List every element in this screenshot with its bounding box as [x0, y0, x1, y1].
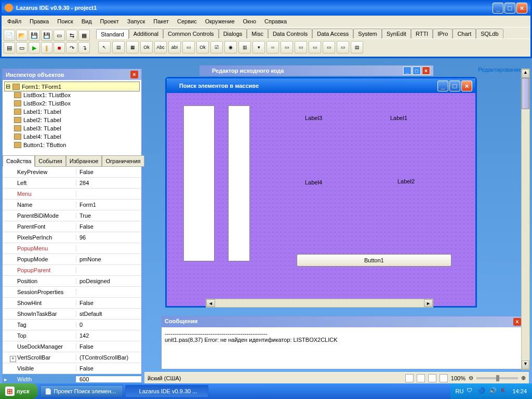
zoom-slider[interactable]	[476, 377, 518, 379]
tray-icon-1[interactable]: 🛡	[467, 387, 475, 395]
scroll-right-button[interactable]: ►	[424, 299, 433, 307]
button1[interactable]: Button1	[297, 254, 451, 267]
groupbox-button[interactable]: ▭	[281, 41, 293, 54]
actionlist-button[interactable]: ▤	[351, 41, 363, 54]
tree-item-label3[interactable]: Label3: TLabel	[5, 124, 139, 132]
tab-standard[interactable]: Standard	[96, 29, 129, 39]
tab-misc[interactable]: Misc	[247, 29, 268, 38]
menu-file[interactable]: Файл	[4, 17, 25, 26]
prop-row-vertscrollbar[interactable]: VertScrollBar(TControlScrollBar)	[3, 352, 141, 363]
toggle-button[interactable]: Ok	[196, 41, 209, 54]
tree-item-label1[interactable]: Label1: TLabel	[5, 108, 139, 116]
menu-service[interactable]: Сервис	[174, 17, 201, 26]
tray-clock[interactable]: 14:24	[512, 388, 527, 394]
prop-row-position[interactable]: PositionpoDesigned	[3, 276, 141, 287]
tree-item-form1[interactable]: ⊟Form1: TForm1	[5, 82, 139, 91]
menu-run[interactable]: Запуск	[124, 17, 149, 26]
panel-button[interactable]: ▭	[323, 41, 335, 54]
radiogroup-button[interactable]: ▭	[295, 41, 307, 54]
view-forms-button[interactable]: ▭	[16, 42, 28, 54]
save-button[interactable]: 💾	[29, 30, 40, 41]
open-button[interactable]: 📂	[16, 30, 28, 41]
inspector-titlebar[interactable]: Инспектор объектов ×	[3, 69, 141, 80]
view-icon-1[interactable]	[405, 374, 414, 382]
scroll-down-button[interactable]: ▼	[522, 361, 529, 369]
tree-item-listbox2[interactable]: ListBox2: TListBox	[5, 99, 139, 108]
prop-row-parentfont[interactable]: ParentFontFalse	[3, 221, 141, 232]
tray-icon-3[interactable]: 🔊	[489, 387, 498, 395]
tab-events[interactable]: События	[35, 155, 65, 167]
step-into-button[interactable]: ↴	[78, 42, 90, 54]
zoom-out-button[interactable]: ⊖	[469, 375, 473, 381]
tab-system[interactable]: System	[353, 29, 382, 38]
run-button[interactable]: ▶	[29, 42, 40, 54]
prop-row-sessionproperties[interactable]: SessionProperties	[3, 287, 141, 298]
tab-datacontrols[interactable]: Data Controls	[268, 29, 312, 38]
menu-package[interactable]: Пакет	[150, 17, 172, 26]
prop-row-popupmode[interactable]: PopupModepmNone	[3, 254, 141, 265]
tab-synedit[interactable]: SynEdit	[382, 29, 411, 38]
task-project[interactable]: 📄 Проект Поиск элемен...	[40, 385, 123, 397]
button-button[interactable]: Ok	[140, 41, 153, 54]
prop-row-tag[interactable]: Tag0	[3, 320, 141, 330]
zoom-in-button[interactable]: ⊕	[521, 375, 526, 381]
menu-view[interactable]: Вид	[78, 17, 96, 26]
form-minimize-button[interactable]: _	[437, 81, 448, 91]
pointer-button[interactable]: ↖	[98, 41, 111, 54]
menu-help[interactable]: Справка	[261, 17, 290, 26]
listbox-button[interactable]: ▥	[238, 41, 251, 54]
stop-button[interactable]: ■	[54, 42, 65, 54]
start-button[interactable]: пуск	[0, 383, 38, 399]
form-maximize-button[interactable]: □	[449, 81, 460, 91]
prop-row-pixelsperinch[interactable]: PixelsPerInch96	[3, 232, 141, 243]
listbox2[interactable]	[228, 105, 250, 261]
form-close-button[interactable]: ×	[461, 81, 472, 91]
new-form-button[interactable]: ▭	[54, 30, 65, 41]
memo-button[interactable]: ▭	[182, 41, 195, 54]
checkbox-button[interactable]: ☑	[210, 41, 223, 54]
tab-additional[interactable]: Additional	[129, 29, 163, 38]
new-unit-button[interactable]: 📄	[4, 30, 15, 41]
pause-button[interactable]: ‖	[41, 42, 52, 54]
tab-dialogs[interactable]: Dialogs	[219, 29, 247, 38]
prop-row-popupmenu[interactable]: PopupMenu	[3, 243, 141, 254]
label4[interactable]: Label4	[305, 179, 322, 185]
popupmenu-button[interactable]: ▦	[126, 41, 139, 54]
prop-row-usedockmanager[interactable]: UseDockManagerFalse	[3, 341, 141, 352]
tab-rtti[interactable]: RTTI	[411, 29, 433, 38]
tab-sqldb[interactable]: SQLdb	[476, 29, 503, 38]
view-icon-2[interactable]	[417, 374, 425, 382]
editor-hscrollbar[interactable]: ◄ ►	[206, 299, 433, 308]
messages-close-button[interactable]: ×	[513, 318, 521, 326]
prop-row-menu[interactable]: Menu	[3, 189, 141, 200]
tray-icon-2[interactable]: 🔵	[478, 387, 486, 395]
checkgroup-button[interactable]: ▭	[309, 41, 321, 54]
prop-row-keypreview[interactable]: KeyPreviewFalse	[3, 167, 141, 178]
tab-favorites[interactable]: Избранное	[66, 155, 102, 167]
units-button[interactable]: ▦	[78, 30, 90, 41]
prop-row-showhint[interactable]: ShowHintFalse	[3, 298, 141, 309]
label-button[interactable]: Abc	[154, 41, 167, 54]
task-lazarus[interactable]: Lazarus IDE v0.9.30 ...	[125, 385, 208, 397]
tab-properties[interactable]: Свойства	[3, 155, 35, 167]
prop-row-name[interactable]: NameForm1	[3, 200, 141, 210]
tab-restrictions[interactable]: Ограничения	[102, 155, 144, 167]
scroll-up-button[interactable]: ▲	[522, 69, 529, 78]
scroll-left-button[interactable]: ◄	[206, 299, 215, 307]
close-button[interactable]: ×	[516, 3, 527, 14]
menu-edit[interactable]: Правка	[26, 17, 52, 26]
menu-env[interactable]: Окружение	[202, 17, 238, 26]
editing-link[interactable]: Редактирование	[478, 66, 522, 73]
label3[interactable]: Label3	[305, 115, 322, 121]
scroll-thumb[interactable]	[522, 78, 529, 109]
combobox-button[interactable]: ▾	[252, 41, 265, 54]
radio-button[interactable]: ◉	[224, 41, 237, 54]
editor-min-button[interactable]: _	[403, 66, 411, 75]
mainmenu-button[interactable]: ▤	[112, 41, 125, 54]
step-over-button[interactable]: ↷	[66, 42, 77, 54]
tab-chart[interactable]: Chart	[453, 29, 476, 38]
view-icon-4[interactable]	[440, 374, 448, 382]
tree-item-listbox1[interactable]: ListBox1: TListBox	[5, 91, 139, 99]
form-designer-surface[interactable]: Label3 Label1 Label4 Label2 Button1	[167, 93, 475, 306]
tray-lang[interactable]: RU	[456, 388, 464, 394]
